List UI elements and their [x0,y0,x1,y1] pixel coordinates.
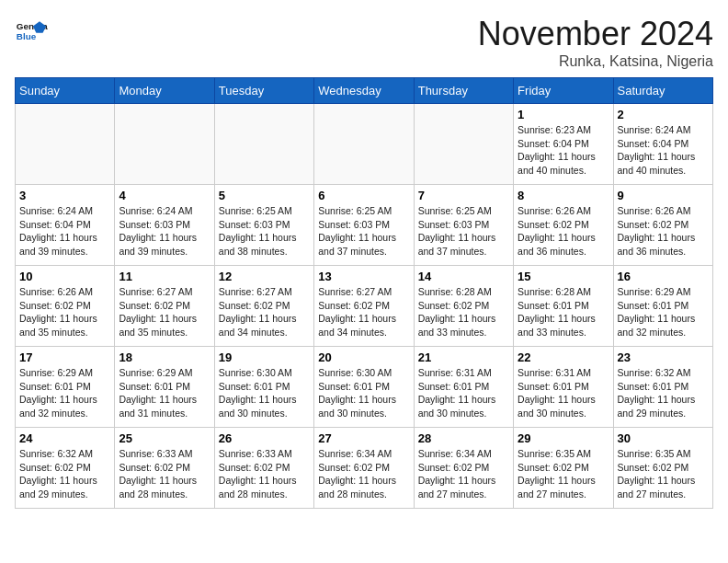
calendar-cell: 19Sunrise: 6:30 AM Sunset: 6:01 PM Dayli… [214,347,313,428]
day-number: 10 [19,270,110,283]
day-info: Sunrise: 6:35 AM Sunset: 6:02 PM Dayligh… [618,447,709,501]
day-number: 19 [219,350,310,364]
day-number: 29 [518,431,609,445]
calendar-cell: 26Sunrise: 6:33 AM Sunset: 6:02 PM Dayli… [214,428,313,509]
day-number: 24 [19,431,110,445]
calendar-cell: 12Sunrise: 6:27 AM Sunset: 6:02 PM Dayli… [214,266,313,347]
day-number: 16 [618,270,709,283]
day-number: 5 [219,189,310,202]
day-info: Sunrise: 6:29 AM Sunset: 6:01 PM Dayligh… [618,285,709,339]
day-info: Sunrise: 6:27 AM Sunset: 6:02 PM Dayligh… [318,285,409,339]
day-number: 30 [618,431,709,445]
day-info: Sunrise: 6:27 AM Sunset: 6:02 PM Dayligh… [219,285,310,339]
day-info: Sunrise: 6:23 AM Sunset: 6:04 PM Dayligh… [518,123,609,178]
week-row-3: 10Sunrise: 6:26 AM Sunset: 6:02 PM Dayli… [16,266,713,347]
day-info: Sunrise: 6:28 AM Sunset: 6:01 PM Dayligh… [518,285,609,339]
weekday-header-monday: Monday [115,78,214,104]
day-number: 14 [418,270,509,283]
weekday-header-wednesday: Wednesday [314,78,414,104]
day-info: Sunrise: 6:28 AM Sunset: 6:02 PM Dayligh… [418,285,509,339]
day-info: Sunrise: 6:33 AM Sunset: 6:02 PM Dayligh… [219,447,310,501]
day-number: 12 [219,270,310,283]
day-number: 7 [418,189,509,202]
day-number: 2 [618,108,709,121]
day-info: Sunrise: 6:25 AM Sunset: 6:03 PM Dayligh… [219,204,310,259]
calendar-cell: 16Sunrise: 6:29 AM Sunset: 6:01 PM Dayli… [613,266,712,347]
calendar-cell: 27Sunrise: 6:34 AM Sunset: 6:02 PM Dayli… [314,428,414,509]
calendar-cell: 6Sunrise: 6:25 AM Sunset: 6:03 PM Daylig… [314,185,414,266]
calendar-cell: 21Sunrise: 6:31 AM Sunset: 6:01 PM Dayli… [414,347,513,428]
day-number: 15 [518,270,609,283]
day-info: Sunrise: 6:30 AM Sunset: 6:01 PM Dayligh… [318,366,409,420]
calendar-cell: 23Sunrise: 6:32 AM Sunset: 6:01 PM Dayli… [613,347,712,428]
day-number: 6 [318,189,409,202]
day-info: Sunrise: 6:26 AM Sunset: 6:02 PM Dayligh… [518,204,609,259]
calendar-cell [214,104,313,185]
day-number: 1 [518,108,609,121]
week-row-1: 1Sunrise: 6:23 AM Sunset: 6:04 PM Daylig… [16,104,713,185]
calendar-cell: 3Sunrise: 6:24 AM Sunset: 6:04 PM Daylig… [16,185,115,266]
logo: General Blue [15,15,48,48]
calendar-cell: 15Sunrise: 6:28 AM Sunset: 6:01 PM Dayli… [514,266,613,347]
weekday-header-row: SundayMondayTuesdayWednesdayThursdayFrid… [16,78,713,104]
day-info: Sunrise: 6:33 AM Sunset: 6:02 PM Dayligh… [119,447,210,501]
calendar-table: SundayMondayTuesdayWednesdayThursdayFrid… [15,77,713,509]
day-info: Sunrise: 6:34 AM Sunset: 6:02 PM Dayligh… [418,447,509,501]
day-number: 26 [219,431,310,445]
calendar-cell: 29Sunrise: 6:35 AM Sunset: 6:02 PM Dayli… [514,428,613,509]
calendar-cell: 9Sunrise: 6:26 AM Sunset: 6:02 PM Daylig… [613,185,712,266]
title-area: November 2024 Runka, Katsina, Nigeria [478,15,713,70]
calendar-cell: 30Sunrise: 6:35 AM Sunset: 6:02 PM Dayli… [613,428,712,509]
svg-text:Blue: Blue [17,31,37,41]
day-info: Sunrise: 6:30 AM Sunset: 6:01 PM Dayligh… [219,366,310,420]
day-info: Sunrise: 6:34 AM Sunset: 6:02 PM Dayligh… [318,447,409,501]
calendar-cell: 2Sunrise: 6:24 AM Sunset: 6:04 PM Daylig… [613,104,712,185]
day-info: Sunrise: 6:26 AM Sunset: 6:02 PM Dayligh… [618,204,709,259]
day-number: 28 [418,431,509,445]
calendar-cell [414,104,513,185]
day-info: Sunrise: 6:27 AM Sunset: 6:02 PM Dayligh… [119,285,210,339]
calendar-cell: 13Sunrise: 6:27 AM Sunset: 6:02 PM Dayli… [314,266,414,347]
page-header: General Blue November 2024 Runka, Katsin… [15,15,713,70]
day-info: Sunrise: 6:24 AM Sunset: 6:04 PM Dayligh… [618,123,709,178]
day-info: Sunrise: 6:24 AM Sunset: 6:04 PM Dayligh… [19,204,110,259]
week-row-2: 3Sunrise: 6:24 AM Sunset: 6:04 PM Daylig… [16,185,713,266]
calendar-cell: 28Sunrise: 6:34 AM Sunset: 6:02 PM Dayli… [414,428,513,509]
calendar-cell: 22Sunrise: 6:31 AM Sunset: 6:01 PM Dayli… [514,347,613,428]
day-info: Sunrise: 6:31 AM Sunset: 6:01 PM Dayligh… [418,366,509,420]
calendar-cell: 4Sunrise: 6:24 AM Sunset: 6:03 PM Daylig… [115,185,214,266]
day-number: 20 [318,350,409,364]
day-number: 8 [518,189,609,202]
day-number: 4 [119,189,210,202]
weekday-header-tuesday: Tuesday [214,78,313,104]
day-info: Sunrise: 6:25 AM Sunset: 6:03 PM Dayligh… [418,204,509,259]
week-row-5: 24Sunrise: 6:32 AM Sunset: 6:02 PM Dayli… [16,428,713,509]
logo-icon: General Blue [15,15,48,48]
calendar-cell: 5Sunrise: 6:25 AM Sunset: 6:03 PM Daylig… [214,185,313,266]
day-info: Sunrise: 6:26 AM Sunset: 6:02 PM Dayligh… [19,285,110,339]
calendar-cell: 24Sunrise: 6:32 AM Sunset: 6:02 PM Dayli… [16,428,115,509]
day-number: 25 [119,431,210,445]
month-title: November 2024 [478,15,713,53]
calendar-cell [16,104,115,185]
calendar-cell: 25Sunrise: 6:33 AM Sunset: 6:02 PM Dayli… [115,428,214,509]
week-row-4: 17Sunrise: 6:29 AM Sunset: 6:01 PM Dayli… [16,347,713,428]
calendar-cell: 7Sunrise: 6:25 AM Sunset: 6:03 PM Daylig… [414,185,513,266]
weekday-header-friday: Friday [514,78,613,104]
day-number: 18 [119,350,210,364]
day-info: Sunrise: 6:29 AM Sunset: 6:01 PM Dayligh… [19,366,110,420]
day-number: 17 [19,350,110,364]
day-number: 3 [19,189,110,202]
calendar-cell [314,104,414,185]
calendar-cell [115,104,214,185]
day-info: Sunrise: 6:24 AM Sunset: 6:03 PM Dayligh… [119,204,210,259]
day-number: 23 [618,350,709,364]
day-info: Sunrise: 6:25 AM Sunset: 6:03 PM Dayligh… [318,204,409,259]
day-number: 22 [518,350,609,364]
day-info: Sunrise: 6:29 AM Sunset: 6:01 PM Dayligh… [119,366,210,420]
calendar-cell: 14Sunrise: 6:28 AM Sunset: 6:02 PM Dayli… [414,266,513,347]
day-info: Sunrise: 6:32 AM Sunset: 6:01 PM Dayligh… [618,366,709,420]
day-number: 13 [318,270,409,283]
day-number: 27 [318,431,409,445]
day-number: 21 [418,350,509,364]
